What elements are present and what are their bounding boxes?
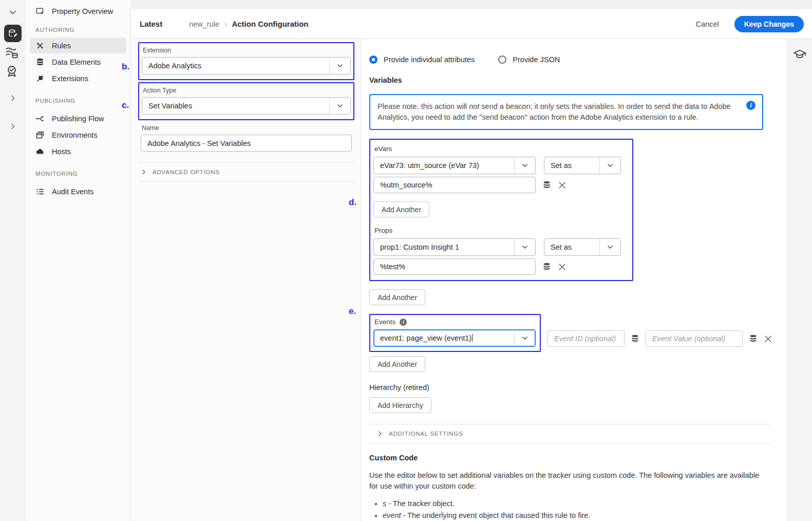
remove-evar-icon[interactable] <box>558 181 566 190</box>
beacon-note: Please note, this action will not send a… <box>369 94 763 130</box>
sidebar-item-label: Publishing Flow <box>52 115 104 123</box>
learning-graduation-cap-icon[interactable] <box>792 47 807 521</box>
property-overview-icon <box>35 7 45 16</box>
sidebar-item-label: Environments <box>52 131 98 139</box>
collapse-chevron-down-icon[interactable] <box>0 7 26 17</box>
app-icon-rail <box>0 0 26 521</box>
sidebar-item-label: Property Overview <box>52 7 113 15</box>
data-elements-icon <box>35 58 45 67</box>
evars-add-another-button[interactable]: Add Another <box>373 201 429 217</box>
add-hierarchy-button[interactable]: Add Hierarchy <box>369 397 431 413</box>
page-backdrop-strip <box>131 0 812 9</box>
sidebar-item-rules[interactable]: Rules <box>30 38 126 53</box>
chevron-right-icon <box>376 430 384 437</box>
custom-code-variables-list: s - The tracker object. event - The unde… <box>383 498 767 521</box>
sidebar-item-label: Data Elements <box>52 58 101 66</box>
evar-variable-select[interactable]: eVar73: utm_source (eVar 73) <box>373 157 536 174</box>
sidebar-item-data-elements[interactable]: Data Elements <box>30 54 126 70</box>
event-value-input[interactable] <box>646 330 743 347</box>
name-label: Name <box>142 124 352 132</box>
props-heading: Props <box>374 227 628 234</box>
evar-value-input[interactable] <box>373 177 536 193</box>
chevron-down-icon <box>514 239 535 255</box>
sidebar-section-monitoring: MONITORING <box>35 171 121 177</box>
breadcrumb-chevron-icon: › <box>224 20 226 28</box>
events-heading: Events <box>374 318 395 326</box>
action-name-input[interactable] <box>141 135 352 152</box>
expand-chevron-right-icon[interactable] <box>0 94 26 103</box>
data-element-picker-icon[interactable] <box>542 180 552 190</box>
sidebar-item-environments[interactable]: Environments <box>30 127 126 143</box>
breadcrumb-rule[interactable]: new_rule <box>189 20 219 28</box>
annotation-letter-c: c. <box>122 100 129 110</box>
cancel-button[interactable]: Cancel <box>696 20 719 28</box>
chevron-down-icon <box>599 157 620 174</box>
extension-select[interactable]: Adobe Analytics <box>142 57 351 75</box>
radio-provide-individual-attributes[interactable] <box>369 55 377 64</box>
sidebar-item-extensions[interactable]: Extensions <box>30 70 126 86</box>
text-cursor <box>472 334 473 342</box>
annotation-box-extension: Extension Adobe Analytics <box>138 42 354 80</box>
remove-event-icon[interactable] <box>764 334 772 343</box>
keep-changes-button[interactable]: Keep Changes <box>734 16 804 32</box>
data-element-picker-icon[interactable] <box>542 262 552 271</box>
additional-settings-toggle[interactable]: ADDITIONAL SETTINGS <box>369 424 771 443</box>
left-nav-sidebar: Property Overview AUTHORING Rules Data E… <box>26 0 131 521</box>
advanced-options-toggle[interactable]: ADVANCED OPTIONS <box>138 162 354 182</box>
datastreams-icon[interactable] <box>4 45 22 60</box>
sidebar-item-hosts[interactable]: Hosts <box>30 143 126 159</box>
annotation-letter-e: e. <box>349 306 356 317</box>
annotation-letter-b: b. <box>122 62 129 72</box>
data-element-picker-icon[interactable] <box>630 334 640 343</box>
props-add-another-button[interactable]: Add Another <box>369 289 425 305</box>
annotation-box-events: Events i event1: page_view (event1) <box>369 314 541 352</box>
prop-variable-select[interactable]: prop1: Custom Insight 1 <box>373 238 536 256</box>
events-info-icon[interactable]: i <box>400 319 407 326</box>
permissions-badge-icon[interactable] <box>4 64 22 79</box>
event-variable-combobox[interactable]: event1: page_view (event1) <box>373 329 536 347</box>
sidebar-item-label: Audit Events <box>52 188 93 196</box>
sidebar-item-publishing-flow[interactable]: Publishing Flow <box>30 110 126 126</box>
chevron-down-icon <box>599 239 620 255</box>
extension-label: Extension <box>143 47 351 54</box>
events-add-another-button[interactable]: Add Another <box>369 356 425 372</box>
sidebar-item-label: Rules <box>52 42 71 50</box>
evars-heading: eVars <box>374 145 628 153</box>
hierarchy-heading: Hierarchy (retired) <box>369 383 767 392</box>
sidebar-section-publishing: PUBLISHING <box>35 98 121 104</box>
breadcrumb-library[interactable]: Latest <box>140 20 162 28</box>
chevron-down-icon <box>329 58 350 74</box>
annotation-box-evars-props: eVars eVar73: utm_source (eVar 73) Set a… <box>369 139 633 281</box>
data-collection-app-icon[interactable] <box>4 25 22 42</box>
custom-code-description: Use the editor below to set additional v… <box>369 470 760 492</box>
variables-heading: Variables <box>369 76 767 84</box>
prop-value-input[interactable] <box>373 258 536 275</box>
chevron-down-icon <box>329 98 350 114</box>
annotation-letter-d: d. <box>349 197 356 208</box>
environments-icon <box>35 131 45 140</box>
sidebar-item-label: Extensions <box>52 75 88 83</box>
action-type-select[interactable]: Set Variables <box>142 97 351 115</box>
data-element-picker-icon[interactable] <box>748 334 758 343</box>
publishing-flow-icon <box>35 114 45 123</box>
page-title: Action Configuration <box>232 20 308 28</box>
chevron-down-icon <box>514 330 535 346</box>
set-variables-editor: Provide individual attributes Provide JS… <box>361 39 787 521</box>
sidebar-item-label: Hosts <box>52 147 71 156</box>
hosts-icon <box>35 147 45 156</box>
event-id-input[interactable] <box>547 330 625 347</box>
info-icon: i <box>746 101 756 110</box>
learning-rail <box>787 39 812 521</box>
sidebar-section-authoring: AUTHORING <box>35 27 121 33</box>
sidebar-item-property-overview[interactable]: Property Overview <box>30 3 126 19</box>
sidebar-item-audit-events[interactable]: Audit Events <box>30 183 126 199</box>
prop-mode-select[interactable]: Set as <box>544 238 621 256</box>
evar-mode-select[interactable]: Set as <box>544 157 621 174</box>
extensions-icon <box>35 74 45 83</box>
expand-chevron-right-icon-2[interactable] <box>0 122 26 131</box>
radio-provide-json[interactable] <box>498 55 506 64</box>
main-area: Latest new_rule › Action Configuration C… <box>131 0 812 521</box>
custom-code-heading: Custom Code <box>369 454 767 462</box>
rules-icon <box>35 41 45 50</box>
remove-prop-icon[interactable] <box>558 263 566 271</box>
